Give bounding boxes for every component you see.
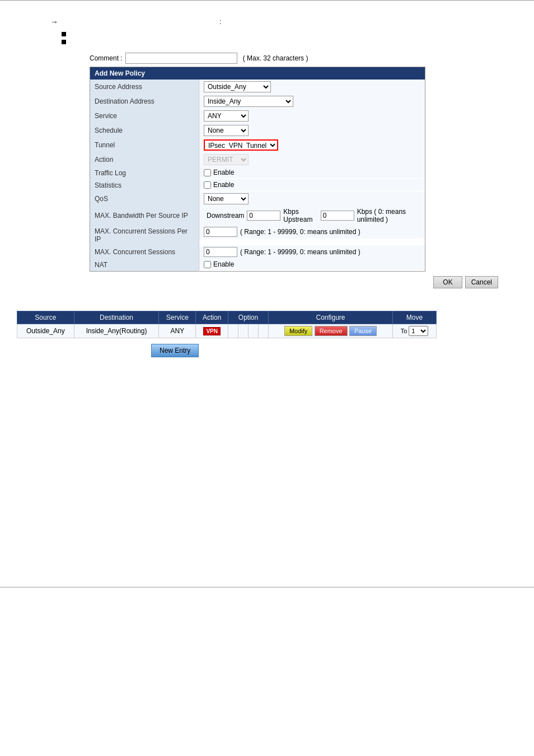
nat-checkbox[interactable] — [204, 261, 211, 268]
col-source: Source — [17, 311, 74, 324]
service-select[interactable]: ANY — [204, 110, 249, 122]
traffic-log-text: Enable — [213, 169, 234, 176]
destination-address-value: Inside_Any — [199, 94, 425, 109]
bullet-item-1 — [62, 31, 517, 36]
bullet-square-1 — [62, 32, 66, 36]
nat-label: NAT — [90, 259, 199, 272]
row-option-3 — [249, 324, 259, 338]
col-move: Move — [392, 311, 436, 324]
qos-value: None — [199, 192, 425, 206]
col-configure: Configure — [269, 311, 393, 324]
row-option-4 — [259, 324, 269, 338]
page-wrapper: → : Comment : ( Max. 32 characters ) Add… — [0, 0, 534, 756]
new-entry-button[interactable]: New Entry — [151, 344, 199, 357]
kbps-hint: Kbps ( 0: means unlimited ) — [357, 208, 418, 223]
concurrent-sessions-label: MAX. Concurrent Sessions — [90, 245, 199, 259]
bottom-border — [0, 587, 534, 587]
schedule-select[interactable]: None — [204, 125, 249, 136]
nat-text: Enable — [213, 260, 234, 268]
row-configure: Modify Remove Pause — [269, 324, 393, 338]
comment-hint: ( Max. 32 characters ) — [243, 54, 308, 62]
source-address-label: Source Address — [90, 80, 199, 94]
comment-input[interactable] — [125, 53, 237, 64]
move-to-label: To — [401, 328, 407, 334]
statistics-checkbox[interactable] — [204, 181, 211, 189]
traffic-log-label: Traffic Log — [90, 167, 199, 179]
concurrent-sessions-value: ( Range: 1 - 99999, 0: means unlimited ) — [199, 245, 425, 259]
nat-value: Enable — [199, 259, 425, 270]
remove-button[interactable]: Remove — [315, 326, 348, 336]
concurrent-sessions-ip-input[interactable] — [204, 227, 237, 237]
col-destination: Destination — [74, 311, 159, 324]
col-option: Option — [228, 311, 269, 324]
downstream-input[interactable] — [247, 211, 280, 221]
schedule-label: Schedule — [90, 123, 199, 138]
traffic-log-checkbox[interactable] — [204, 169, 211, 176]
policy-list-area: Source Destination Service Action Option… — [0, 311, 534, 357]
ok-cancel-row: OK Cancel — [90, 276, 498, 288]
row-source: Outside_Any — [17, 324, 74, 338]
qos-label: QoS — [90, 192, 199, 206]
move-cell: To 1 — [396, 326, 433, 336]
action-value: PERMIT — [199, 152, 425, 167]
source-address-select[interactable]: Outside_Any — [204, 81, 271, 92]
bullet-square-2 — [62, 40, 66, 44]
action-select[interactable]: PERMIT — [204, 154, 249, 165]
statistics-value: Enable — [199, 179, 425, 190]
col-action: Action — [196, 311, 228, 324]
statistics-text: Enable — [213, 181, 234, 189]
empty-space — [0, 357, 534, 581]
top-border — [0, 0, 534, 1]
concurrent-sessions-ip-hint: ( Range: 1 - 99999, 0: means unlimited ) — [240, 228, 360, 236]
bullet-list — [62, 31, 517, 44]
comment-row: Comment : ( Max. 32 characters ) — [90, 53, 517, 64]
nat-checkbox-label: Enable — [204, 260, 234, 268]
service-label: Service — [90, 109, 199, 123]
destination-address-select[interactable]: Inside_Any — [204, 96, 293, 107]
arrow-line: → : — [50, 17, 517, 26]
comment-label: Comment : — [90, 54, 123, 62]
ok-button[interactable]: OK — [433, 276, 462, 288]
upstream-input[interactable] — [321, 211, 354, 221]
policy-form-header: Add New Policy — [90, 67, 425, 80]
policy-form-table: Add New Policy Source Address Outside_An… — [90, 67, 425, 272]
cancel-button[interactable]: Cancel — [465, 276, 498, 288]
table-row: Outside_Any Inside_Any(Routing) ANY VPN … — [17, 324, 437, 338]
schedule-value: None — [199, 123, 425, 138]
statistics-checkbox-label: Enable — [204, 181, 234, 189]
action-label: Action — [90, 152, 199, 167]
kbps-upstream-label: Kbps Upstream — [283, 208, 317, 223]
colon-text: : — [219, 18, 221, 26]
policy-list-table: Source Destination Service Action Option… — [17, 311, 437, 338]
concurrent-sessions-ip-value: ( Range: 1 - 99999, 0: means unlimited ) — [199, 225, 425, 239]
tunnel-select[interactable]: IPsec_VPN_Tunnel — [204, 139, 278, 151]
arrow-icon: → — [50, 17, 58, 26]
source-address-value: Outside_Any — [199, 80, 425, 94]
pause-button[interactable]: Pause — [349, 326, 377, 336]
row-option-2 — [238, 324, 249, 338]
tunnel-value: IPsec_VPN_Tunnel — [199, 138, 425, 152]
bandwidth-value: Downstream Kbps Upstream Kbps ( 0: means… — [199, 206, 425, 225]
concurrent-sessions-ip-label: MAX. Concurrent Sessions Per IP — [90, 225, 199, 245]
row-service: ANY — [159, 324, 196, 338]
vpn-badge: VPN — [203, 327, 221, 335]
bullet-item-2 — [62, 39, 517, 44]
service-value: ANY — [199, 109, 425, 123]
row-action: VPN — [196, 324, 228, 338]
concurrent-sessions-input[interactable] — [204, 247, 237, 257]
traffic-log-value: Enable — [199, 167, 425, 178]
row-option-1 — [228, 324, 238, 338]
downstream-label: Downstream — [207, 212, 244, 220]
row-destination: Inside_Any(Routing) — [74, 324, 159, 338]
modify-button[interactable]: Modify — [284, 326, 312, 336]
concurrent-sessions-hint: ( Range: 1 - 99999, 0: means unlimited ) — [240, 248, 360, 256]
traffic-log-checkbox-label: Enable — [204, 169, 234, 176]
row-move: To 1 — [392, 324, 436, 338]
bandwidth-label: MAX. Bandwidth Per Source IP — [90, 206, 199, 225]
content-area: → : Comment : ( Max. 32 characters ) Add… — [0, 6, 534, 300]
move-select[interactable]: 1 — [409, 326, 428, 336]
col-service: Service — [159, 311, 196, 324]
tunnel-label: Tunnel — [90, 138, 199, 152]
qos-select[interactable]: None — [204, 193, 249, 204]
destination-address-label: Destination Address — [90, 94, 199, 109]
